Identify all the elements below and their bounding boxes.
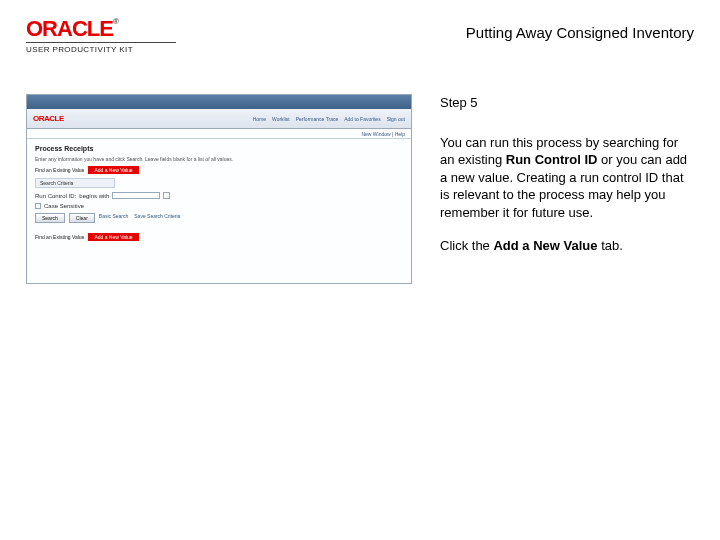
step-label: Step 5 bbox=[440, 94, 692, 112]
ss-nav-perf[interactable]: Performance Trace bbox=[296, 116, 339, 122]
ss-footer-add-highlight[interactable]: Add a New Value bbox=[88, 233, 138, 241]
ss-nav-signout[interactable]: Sign out bbox=[387, 116, 405, 122]
ss-subbar: New Window | Help bbox=[27, 129, 411, 139]
ss-clear-button[interactable]: Clear bbox=[69, 213, 95, 223]
ss-basic-search-link[interactable]: Basic Search bbox=[99, 213, 128, 223]
logo-divider bbox=[26, 42, 176, 43]
ss-nav-fav[interactable]: Add to Favorites bbox=[344, 116, 380, 122]
ss-run-control-input[interactable] bbox=[112, 192, 160, 199]
instruction-paragraph-2: Click the Add a New Value tab. bbox=[440, 237, 692, 255]
upk-sublabel: USER PRODUCTIVITY KIT bbox=[26, 45, 176, 54]
p2-bold: Add a New Value bbox=[493, 238, 597, 253]
oracle-logo: ORACLE® bbox=[26, 18, 176, 40]
ss-top-nav: Home Worklist Performance Trace Add to F… bbox=[253, 116, 405, 122]
ss-nav-home[interactable]: Home bbox=[253, 116, 266, 122]
p2-pre: Click the bbox=[440, 238, 493, 253]
ss-subbar-links[interactable]: New Window | Help bbox=[361, 131, 405, 137]
embedded-app-screenshot: ORACLE Home Worklist Performance Trace A… bbox=[26, 94, 412, 284]
ss-oracle-logo: ORACLE bbox=[33, 114, 64, 123]
oracle-brand-text: ORACLE bbox=[26, 16, 113, 41]
p2-post: tab. bbox=[598, 238, 623, 253]
ss-search-criteria-header: Search Criteria bbox=[35, 178, 115, 188]
ss-footer-find[interactable]: Find an Existing Value bbox=[35, 234, 84, 240]
page-title: Putting Away Consigned Inventory bbox=[466, 24, 694, 41]
oracle-logo-block: ORACLE® USER PRODUCTIVITY KIT bbox=[26, 18, 176, 54]
instruction-panel: Step 5 You can run this process by searc… bbox=[440, 94, 692, 284]
ss-description: Enter any information you have and click… bbox=[35, 156, 403, 162]
ss-field-label: Run Control ID: bbox=[35, 193, 76, 199]
ss-field-op: begins with bbox=[79, 193, 109, 199]
ss-brand-row: ORACLE Home Worklist Performance Trace A… bbox=[27, 109, 411, 129]
ss-case-checkbox[interactable] bbox=[35, 203, 41, 209]
p1-bold: Run Control ID bbox=[506, 152, 598, 167]
ss-tab-add-highlight[interactable]: Add a New Value bbox=[88, 166, 138, 174]
ss-case-label: Case Sensitive bbox=[44, 203, 84, 209]
ss-lookup-icon[interactable] bbox=[163, 192, 170, 199]
ss-window-chrome bbox=[27, 95, 411, 109]
ss-tab-find[interactable]: Find an Existing Value bbox=[35, 167, 84, 173]
ss-search-button[interactable]: Search bbox=[35, 213, 65, 223]
ss-save-search-link[interactable]: Save Search Criteria bbox=[134, 213, 180, 223]
ss-page-heading: Process Receipts bbox=[35, 145, 403, 152]
ss-nav-worklist[interactable]: Worklist bbox=[272, 116, 290, 122]
oracle-tm: ® bbox=[113, 17, 118, 26]
instruction-paragraph-1: You can run this process by searching fo… bbox=[440, 134, 692, 222]
